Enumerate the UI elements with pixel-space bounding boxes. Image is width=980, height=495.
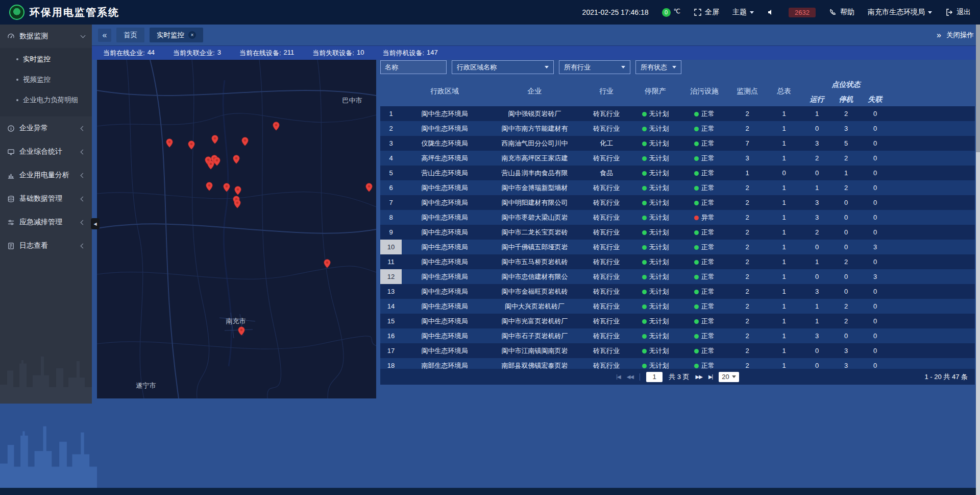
map-marker[interactable]	[323, 257, 332, 270]
map-marker[interactable]	[222, 181, 232, 194]
prev-page-button[interactable]: ◀◀	[627, 374, 633, 380]
map-marker[interactable]	[165, 137, 175, 149]
cell-stop: 0	[831, 240, 861, 254]
map-marker[interactable]	[187, 139, 197, 151]
sidebar-item[interactable]: 基础数据管理	[0, 187, 92, 210]
speaker-button[interactable]	[767, 8, 775, 16]
map-marker[interactable]	[272, 120, 281, 132]
sidebar-item[interactable]: 企业异常	[0, 116, 92, 140]
map-marker[interactable]	[237, 325, 247, 337]
table-row[interactable]: 6阆中生态环境局阆中市金博瑞新型墙材砖瓦行业无计划正常21120	[380, 180, 975, 195]
status-dot-green	[642, 156, 647, 161]
sidebar-item[interactable]: 数据监测	[0, 25, 92, 48]
theme-dropdown[interactable]: 主题	[732, 8, 754, 17]
col-run: 运行	[802, 93, 831, 106]
first-page-button[interactable]: |◀	[616, 374, 620, 380]
map-marker[interactable]	[240, 135, 250, 148]
table-row[interactable]: 18南部生态环境局南部县双佛镇宏泰页岩砖瓦行业无计划正常21030	[380, 358, 975, 369]
map-marker[interactable]	[206, 159, 216, 171]
close-operations-button[interactable]: » 关闭操作	[937, 31, 974, 40]
table-row[interactable]: 15阆中生态环境局阆中市光富页岩机砖厂砖瓦行业无计划正常21120	[380, 314, 975, 328]
cell-limit: 无计划	[631, 254, 680, 269]
page-size-select[interactable]: 20	[719, 372, 739, 382]
table-row[interactable]: 10阆中生态环境局阆中千佛镇五郎垭页岩砖瓦行业无计划正常21003	[380, 240, 975, 254]
table-row[interactable]: 12阆中生态环境局阆中市忠信建材有限公砖瓦行业无计划正常21003	[380, 269, 975, 284]
scrollbar-thumb[interactable]	[976, 25, 980, 152]
sidebar-item[interactable]: 应急减排管理	[0, 210, 92, 234]
industry-select[interactable]: 所有行业	[559, 60, 630, 74]
sidebar-skyline-decoration	[0, 342, 92, 404]
notification-count-badge[interactable]: 2632	[789, 8, 816, 17]
page-number-input[interactable]	[646, 372, 663, 382]
table-row[interactable]: 5营山生态环境局营山县润丰肉食品有限食品无计划正常10010	[380, 166, 975, 180]
table-row[interactable]: 17阆中生态环境局阆中市江南镇阆南页岩砖瓦行业无计划正常21030	[380, 343, 975, 358]
tabs-scroll-right-icon: »	[937, 31, 941, 40]
cell-industry: 砖瓦行业	[582, 328, 631, 343]
cell-limit: 无计划	[631, 210, 680, 225]
tabs-scroll-left-button[interactable]: «	[98, 29, 111, 42]
map-marker[interactable]	[364, 181, 374, 194]
sidebar-subitem[interactable]: 视频监控	[0, 69, 92, 90]
cell-points: 3	[729, 151, 766, 166]
collapse-panel-button[interactable]: ◀	[91, 218, 100, 229]
sidebar-subitem[interactable]: 实时监控	[0, 49, 92, 69]
table-row[interactable]: 7阆中生态环境局阆中明阳建材有限公司砖瓦行业无计划正常21300	[380, 195, 975, 210]
table-row[interactable]: 9阆中生态环境局阆中市二龙长宝页岩砖砖瓦行业无计划正常21200	[380, 225, 975, 240]
org-dropdown[interactable]: 南充市生态环境局	[868, 8, 932, 17]
cell-total: 0	[766, 166, 802, 180]
sidebar-item[interactable]: 企业综合统计	[0, 140, 92, 163]
cell-lost: 0	[861, 343, 890, 358]
table-row[interactable]: 8阆中生态环境局阆中市枣碧大梁山页岩砖瓦行业无计划异常21300	[380, 210, 975, 225]
cell-stop: 0	[831, 328, 861, 343]
cell-limit: 无计划	[631, 121, 680, 136]
logout-button[interactable]: 退出	[945, 8, 971, 17]
table-row[interactable]: 4高坪生态环境局南充市高坪区王家店建砖瓦行业无计划正常31220	[380, 151, 975, 166]
table-row[interactable]: 13阆中生态环境局阆中市金福旺页岩机砖砖瓦行业无计划正常21300	[380, 284, 975, 299]
map-marker[interactable]	[210, 133, 220, 146]
status-select[interactable]: 所有状态	[635, 60, 681, 74]
table-row[interactable]: 16阆中生态环境局阆中市石子页岩机砖厂砖瓦行业无计划正常21300	[380, 328, 975, 343]
cell-region: 阆中生态环境局	[402, 225, 487, 240]
tab-home[interactable]: 首页	[116, 28, 144, 42]
name-search-input[interactable]	[380, 60, 447, 74]
last-page-button[interactable]: ▶|	[708, 374, 713, 380]
close-tab-icon[interactable]: ×	[188, 31, 196, 39]
table-row[interactable]: 11阆中生态环境局阆中市五马桥页岩机砖砖瓦行业无计划正常21120	[380, 254, 975, 269]
stat-label: 当前停机设备:	[382, 49, 424, 58]
chevron-down-icon	[928, 11, 932, 14]
map-marker[interactable]	[232, 153, 241, 166]
chart-icon	[7, 172, 15, 179]
cell-points: 2	[729, 210, 766, 225]
map-marker[interactable]	[205, 180, 214, 193]
cell-total: 1	[766, 240, 802, 254]
cell-filler	[890, 180, 975, 195]
cell-limit: 无计划	[631, 314, 680, 328]
cell-region: 阆中生态环境局	[402, 254, 487, 269]
region-select[interactable]: 行政区域名称	[452, 60, 554, 74]
cell-total: 1	[766, 284, 802, 299]
cell-stop: 0	[831, 284, 861, 299]
cell-region: 阆中生态环境局	[402, 314, 487, 328]
sidebar-item[interactable]: 日志查看	[0, 234, 92, 257]
status-select-value: 所有状态	[641, 63, 667, 72]
cell-run: 0	[802, 240, 831, 254]
table-row[interactable]: 1阆中生态环境局阆中强锐页岩砖厂砖瓦行业无计划正常21120	[380, 106, 975, 121]
sidebar-subitem[interactable]: 企业电力负荷明细	[0, 90, 92, 110]
sidebar-item[interactable]: 企业用电量分析	[0, 163, 92, 187]
table-row[interactable]: 2阆中生态环境局阆中市南方节能建材有砖瓦行业无计划正常21030	[380, 121, 975, 136]
filter-bar: 行政区域名称 所有行业 所有状态	[380, 60, 681, 74]
cell-region: 阆中生态环境局	[402, 343, 487, 358]
table-row[interactable]: 3仪陇生态环境局西南油气田分公司川中化工无计划正常71350	[380, 136, 975, 151]
fullscreen-button[interactable]: 全屏	[694, 8, 719, 17]
table-row[interactable]: 14阆中生态环境局阆中大兴页岩机砖厂砖瓦行业无计划正常21120	[380, 299, 975, 314]
cell-industry: 砖瓦行业	[582, 195, 631, 210]
tab-realtime-monitor[interactable]: 实时监控 ×	[150, 28, 203, 42]
cell-points: 2	[729, 195, 766, 210]
page-scrollbar[interactable]	[976, 25, 980, 495]
cell-lost: 0	[861, 121, 890, 136]
help-button[interactable]: 帮助	[829, 8, 854, 17]
map-marker[interactable]	[233, 198, 242, 210]
next-page-button[interactable]: ▶▶	[696, 374, 702, 380]
map-canvas[interactable]: 巴中市南充市遂宁市	[97, 60, 376, 398]
phone-icon	[829, 8, 837, 16]
